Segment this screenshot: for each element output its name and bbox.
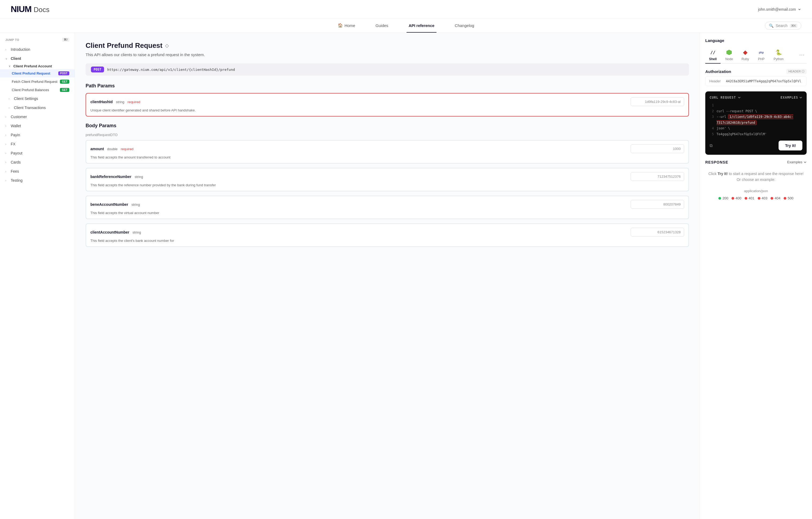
sidebar-leaf-fetch-client-prefund-request[interactable]: Fetch Client Prefund Request GET [0,78,75,86]
lang-tab-shell[interactable]: // Shell [705,47,721,64]
badge-get-2: GET [60,88,69,92]
lang-tab-node[interactable]: Node [722,47,737,64]
chevron-right-icon: › [5,170,8,173]
dot-red-icon-404 [771,197,773,200]
param-desc-clientaccount: This field accepts the client's bank acc… [90,239,684,243]
sidebar-item-fx[interactable]: › FX [0,140,75,149]
dot-red-icon-400 [731,197,734,200]
language-tabs: // Shell Node ◆ Ruby php PHP [705,47,807,64]
dot-red-icon-403 [758,197,760,200]
chevron-down-icon: ∨ [8,65,12,68]
main-layout: JUMP TO ⌘/ › Introduction ∨ Client ∨ Cli… [0,33,812,519]
lang-tab-ruby[interactable]: ◆ Ruby [738,47,753,64]
param-input-amount[interactable] [631,144,684,153]
user-menu[interactable]: john.smith@email.com [758,7,801,11]
path-params-title: Path Params [86,83,689,89]
param-input-clienthashid[interactable] [631,97,684,106]
param-type-clienthashid: string [116,100,124,104]
sidebar-item-client[interactable]: ∨ Client [0,54,75,63]
dot-red-icon-401 [745,197,747,200]
code-line-4: 4 json' \ [709,126,802,131]
sidebar-item-payout[interactable]: › Payout [0,149,75,158]
param-name-beneaccount: beneAccountNumber [90,202,128,207]
body-params-title: Body Params [86,123,689,128]
sidebar-item-client-settings[interactable]: › Client Settings [0,94,75,103]
sidebar-item-payin[interactable]: › Payin [0,130,75,140]
status-500[interactable]: 500 [784,196,793,200]
param-type-bankref: string [135,175,143,179]
response-section: RESPONSE Examples Click Try It! to start… [705,160,807,201]
response-content-type: application/json [705,189,807,193]
status-404[interactable]: 404 [771,196,780,200]
code-line-2: 2 curl --request POST \ [709,109,802,114]
auth-header-badge: HEADER ⓘ [786,69,807,74]
auth-row: Header 442C6a3ER51aMPTTe4gqq2qP647oxfGp5… [705,76,807,86]
try-it-button[interactable]: Try It! [779,141,802,150]
examples-chevron-icon [804,161,807,164]
param-row-bankref: bankReferenceNumber string This field ac… [86,168,689,191]
sidebar-item-customer[interactable]: › Customer [0,112,75,121]
auth-title: Authorization [705,69,731,74]
param-input-bankref[interactable] [631,172,684,181]
param-input-beneaccount[interactable] [631,200,684,209]
param-name-clientaccount: clientAccountNumber [90,230,129,234]
endpoint-bar: POST https://gateway.nium.com/api/v1/cli… [86,63,689,75]
param-type-beneaccount: string [131,203,140,207]
sidebar-leaf-client-prefund-balances[interactable]: Client Prefund Balances GET [0,86,75,94]
nav-item-guides[interactable]: Guides [373,19,390,33]
param-row-clientaccount: clientAccountNumber string This field ac… [86,223,689,247]
curl-dropdown-icon [738,96,741,99]
lang-tab-php[interactable]: php PHP [754,47,769,64]
chevron-right-icon: › [8,106,12,109]
sidebar-subsection-client-prefund-account[interactable]: ∨ Client Prefund Account [0,63,75,69]
code-line-1: 1 [709,103,802,109]
copy-button[interactable]: ⧉ [709,143,713,148]
status-400[interactable]: 400 [731,196,742,200]
jump-to: JUMP TO ⌘/ [0,36,75,45]
sidebar-item-fees[interactable]: › Fees [0,167,75,176]
examples-label: EXAMPLES [780,96,802,99]
param-type-amount: double [107,147,117,151]
search-box[interactable]: 🔍 Search ⌘K [765,22,801,30]
sidebar: JUMP TO ⌘/ › Introduction ∨ Client ∨ Cli… [0,33,75,519]
response-title: RESPONSE [705,160,728,164]
lang-tab-python[interactable]: 🐍 Python [770,47,787,64]
param-required-clienthashid: required [127,100,140,104]
logo-nium: NIUM [11,4,32,14]
nav-item-api-reference[interactable]: API reference [407,19,437,33]
status-200[interactable]: 200 [718,196,728,200]
examples-dropdown-button[interactable]: Examples [787,160,807,164]
sidebar-item-introduction[interactable]: › Introduction [0,45,75,54]
param-description-clienthashid: Unique client identifier generated and s… [90,108,684,112]
endpoint-url: https://gateway.nium.com/api/v1/client/{… [107,68,235,72]
bookmark-icon: ◇ [165,43,169,49]
home-icon: 🏠 [338,23,343,28]
status-401[interactable]: 401 [745,196,754,200]
sidebar-item-client-transactions[interactable]: › Client Transactions [0,103,75,112]
response-empty-message: Click Try It! to start a request and see… [705,169,807,185]
python-icon: 🐍 [775,49,782,56]
page-title: Client Prefund Request ◇ [86,41,689,50]
auth-section: Authorization HEADER ⓘ Header 442C6a3ER5… [705,69,807,86]
param-name-clienthashid: clientHashId [90,100,113,104]
badge-post: POST [58,71,69,75]
ruby-icon: ◆ [742,49,749,56]
more-languages-button[interactable]: ⋯ [797,50,807,60]
status-403[interactable]: 403 [758,196,767,200]
right-panel: Language // Shell Node ◆ Ruby [700,33,812,519]
sidebar-item-cards[interactable]: › Cards [0,158,75,167]
param-desc-amount: This field accepts the amount transferre… [90,155,684,159]
sidebar-item-testing[interactable]: › Testing [0,176,75,185]
examples-dropdown-icon [799,96,802,99]
sidebar-leaf-client-prefund-request[interactable]: Client Prefund Request POST [0,69,75,78]
search-icon: 🔍 [769,24,774,28]
sidebar-item-wallet[interactable]: › Wallet [0,121,75,130]
top-header: NIUM Docs john.smith@email.com [0,0,812,19]
nav-item-home[interactable]: 🏠 Home [336,19,357,33]
chevron-right-icon: › [5,116,8,118]
chevron-right-icon: › [5,143,8,146]
param-input-clientaccount[interactable] [631,228,684,237]
nav-item-changelog[interactable]: Changelog [453,19,476,33]
node-icon [725,49,733,56]
nav-bar: 🏠 Home Guides API reference Changelog 🔍 … [0,19,812,33]
